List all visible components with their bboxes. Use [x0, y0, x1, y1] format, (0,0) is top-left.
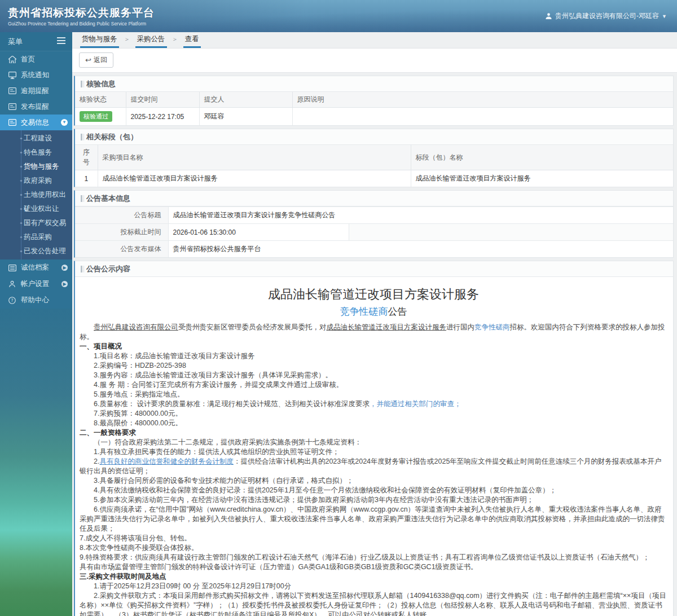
announcement-title: 成品油长输管道迁改项目方案设计服务 — [80, 286, 667, 303]
package-name-cell: 成品油长输管道迁改项目方案设计服务 — [411, 170, 673, 187]
announcement-paragraph: 贵州弘典建设咨询有限公司受贵州贵安新区管理委员会经济发展局委托，对成品油长输管道… — [80, 323, 667, 342]
announcement-subtitle: 竞争性磋商公告 — [80, 305, 667, 318]
announcement-paragraphs: 贵州弘典建设咨询有限公司受贵州贵安新区管理委员会经济发展局委托，对成品油长输管道… — [80, 323, 667, 616]
app-title: 贵州省招标投标公共服务平台 — [8, 6, 155, 20]
row-number-cell: 1 — [75, 170, 98, 187]
monitor-icon — [8, 72, 16, 79]
sidebar-subitem[interactable]: 政府采购 — [0, 174, 72, 188]
sidebar-subitem[interactable]: 已发公告处理 — [0, 244, 72, 258]
chevron-right-icon: ▶ — [61, 265, 68, 271]
sidebar-submenu: 工程建设特色服务货物与服务政府采购土地使用权出让矿业权出让国有产权交易药品采购已… — [0, 130, 72, 259]
announcement-paragraph: 具有由市场监督管理主管部门颁发的特种设备设计许可证（压力管道）GA类GA1级和G… — [80, 562, 667, 572]
caret-down-icon: ▼ — [662, 14, 667, 19]
breadcrumb-item[interactable]: 查看 — [183, 32, 201, 48]
breadcrumb-item[interactable]: 货物与服务 — [80, 32, 119, 48]
app-header: 贵州省招标投标公共服务平台 GuiZhou Province Tendering… — [0, 0, 677, 32]
announcement-paragraph: 9.特殊资格要求：供应商须具有建设行政主管部门颁发的工程设计石油天然气（海洋石油… — [80, 553, 667, 562]
announcement-panel: 公告公示内容 成品油长输管道迁改项目方案设计服务 竞争性磋商公告 贵州弘典建设咨… — [74, 261, 674, 616]
user-menu[interactable]: 贵州弘典建设咨询有限公司-邓廷容 ▼ — [545, 11, 667, 21]
hamburger-icon[interactable] — [57, 37, 65, 46]
announcement-paragraph: 3.具备履行合同所必需的设备和专业技术能力的证明材料（自行承诺，格式自拟）； — [80, 476, 667, 486]
column-header: 标段（包）名称 — [411, 145, 673, 170]
column-header: 核验状态 — [75, 92, 126, 108]
announcement-paragraph: 3.服务内容：成品油长输管道迁改项目方案设计服务（具体详见采购需求）。 — [80, 371, 667, 380]
sidebar-item-home[interactable]: 首页 — [0, 51, 72, 67]
announcement-paragraph: 1.具有独立承担民事责任的能力：提供法人或其他组织的营业执照等证明文件； — [80, 447, 667, 457]
sidebar-item-credit-archive[interactable]: 诚信档案 ▶ — [0, 259, 72, 276]
column-header: 采购项目名称 — [98, 145, 411, 170]
basic-info-panel: 公告基本信息 公告标题 成品油长输管道迁改项目方案设计服务竞争性磋商公告 投标截… — [74, 190, 674, 258]
announcement-paragraph: 4.服 务 期：合同签订至完成所有方案设计服务，并提交成果文件通过上级审核。 — [80, 380, 667, 390]
sidebar-item-label: 逾期提醒 — [21, 86, 49, 96]
home-icon — [8, 56, 16, 63]
sidebar-subitem[interactable]: 矿业权出让 — [0, 202, 72, 216]
related-sections-panel: 相关标段（包） 序号 采购项目名称 标段（包）名称 1 成品油长输管道迁改项目方… — [74, 129, 674, 187]
sidebar-item-publish-reminder[interactable]: 发布提醒 — [0, 99, 72, 115]
announcement-paragraph: 三.采购文件获取时间及地点 — [80, 572, 667, 582]
sidebar-item-help-center[interactable]: ? 帮助中心 — [0, 292, 72, 309]
announcement-paragraph: 二、一般资格要求 — [80, 428, 667, 438]
announcement-paragraph: 1.项目名称：成品油长输管道迁改项目方案设计服务 — [80, 351, 667, 361]
breadcrumb-separator: ＞ — [124, 35, 130, 48]
sidebar-item-label: 帮助中心 — [21, 296, 49, 305]
announcement-paragraph: 7.成交人不得将该项目分包、转包。 — [80, 534, 667, 543]
app-subtitle: GuiZhou Province Tendering and Bidding P… — [8, 21, 155, 27]
breadcrumb-separator: ＞ — [172, 35, 178, 48]
section-header-verification: 核验信息 — [75, 76, 673, 92]
user-name: 贵州弘典建设咨询有限公司-邓廷容 — [555, 11, 659, 21]
sidebar-item-account-settings[interactable]: 帐户设置 ▶ — [0, 276, 72, 292]
chevron-right-icon: ▶ — [61, 281, 68, 287]
related-sections-table: 序号 采购项目名称 标段（包）名称 1 成品油长输管道迁改项目方案设计服务 成品… — [75, 145, 673, 187]
sidebar-item-label: 帐户设置 — [21, 279, 49, 289]
document-icon — [8, 87, 16, 94]
announcement-paragraph: 8.本次竞争性磋商不接受联合体投标。 — [80, 543, 667, 553]
sidebar-item-label: 系统通知 — [21, 71, 49, 80]
menu-label: 菜单 — [8, 37, 23, 47]
sidebar-subitem[interactable]: 土地使用权出让 — [0, 188, 72, 202]
toolbar: ↩ 返回 — [72, 49, 677, 73]
announcement-paragraph: 8.最高限价：480000.00元。 — [80, 419, 667, 428]
sidebar-item-overdue-reminder[interactable]: 逾期提醒 — [0, 83, 72, 99]
sidebar-item-trade-info[interactable]: 交易信息 ▼ — [0, 115, 72, 130]
announcement-paragraph: 2.采购文件获取方式：本项目采用邮件形式购买招标文件，请将以下资料发送至招标代理… — [80, 591, 667, 616]
section-marker-icon — [81, 81, 82, 87]
help-icon: ? — [8, 297, 16, 304]
announcement-paragraph: 5.参加本次采购活动前三年内，在经营活动中没有违法违规记录；提供参加政府采购活动… — [80, 495, 667, 505]
submit-time-cell: 2025-12-22 17:05 — [126, 108, 199, 126]
basic-info-table: 公告标题 成品油长输管道迁改项目方案设计服务竞争性磋商公告 投标截止时间 202… — [75, 206, 673, 257]
svg-text:?: ? — [11, 298, 14, 303]
user-icon — [545, 12, 552, 20]
column-header: 序号 — [75, 145, 98, 170]
table-row: 核验通过 2025-12-22 17:05 邓廷容 — [75, 108, 673, 126]
announcement-paragraph: 2.具有良好的商业信誉和健全的财务会计制度：提供经合法审计机构出具的2023年或… — [80, 457, 667, 476]
main-content: 货物与服务＞采购公告＞查看 ↩ 返回 核验信息 核验状态 提交时间 提交人 原因… — [72, 32, 677, 616]
sidebar-item-notifications[interactable]: 系统通知 — [0, 67, 72, 83]
sidebar-subitem[interactable]: 工程建设 — [0, 131, 72, 146]
sidebar-subitem[interactable]: 货物与服务 — [0, 160, 72, 174]
sidebar-scenic-background — [0, 309, 72, 616]
back-icon: ↩ — [85, 57, 91, 63]
sidebar-subitem[interactable]: 药品采购 — [0, 230, 72, 244]
project-name-cell: 成品油长输管道迁改项目方案设计服务 — [98, 170, 411, 187]
list-icon — [8, 265, 16, 271]
section-marker-icon — [81, 266, 82, 272]
back-button[interactable]: ↩ 返回 — [79, 52, 113, 68]
sidebar-menu-header: 菜单 — [0, 32, 72, 51]
section-title: 相关标段（包） — [86, 132, 138, 142]
back-button-label: 返回 — [94, 55, 107, 65]
announcement-title-value: 成品油长输管道迁改项目方案设计服务竞争性磋商公告 — [168, 207, 673, 224]
announcement-subtitle-type: 竞争性磋商 — [340, 306, 388, 317]
verification-table: 核验状态 提交时间 提交人 原因说明 核验通过 2025-12-22 17:05… — [75, 92, 673, 125]
bid-deadline-value: 2026-01-06 15:30:00 — [168, 224, 349, 241]
sidebar-item-label: 诚信档案 — [21, 263, 49, 272]
sidebar-subitem[interactable]: 国有产权交易 — [0, 216, 72, 230]
section-header-announcement: 公告公示内容 — [75, 261, 673, 277]
sidebar-subitem[interactable]: 特色服务 — [0, 146, 72, 160]
verification-status-cell: 核验通过 — [75, 108, 126, 126]
sidebar-item-label: 发布提醒 — [21, 102, 49, 112]
breadcrumb-item[interactable]: 采购公告 — [135, 32, 167, 48]
filler-cell — [349, 224, 673, 241]
submitter-cell: 邓廷容 — [199, 108, 292, 126]
field-label: 投标截止时间 — [75, 224, 168, 241]
field-label: 公告发布媒体 — [75, 241, 168, 258]
